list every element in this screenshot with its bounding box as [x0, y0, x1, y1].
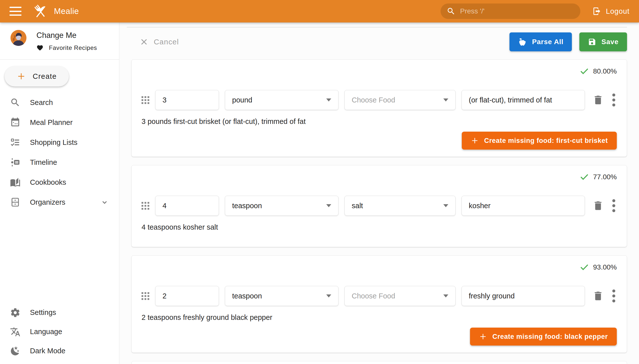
create-missing-food-button[interactable]: Create missing food: black pepper — [470, 328, 617, 346]
apple-icon — [518, 38, 527, 46]
confidence-value: 93.00% — [593, 263, 617, 271]
check-icon — [580, 66, 589, 76]
sidebar-item-shopping-lists[interactable]: Shopping Lists — [0, 132, 119, 152]
plus-icon — [17, 72, 26, 81]
user-name: Change Me — [37, 31, 97, 40]
drag-handle[interactable] — [141, 292, 149, 300]
search-icon — [447, 7, 456, 16]
note-input[interactable] — [462, 286, 585, 306]
app-title: Mealie — [54, 6, 79, 16]
chevron-down-icon — [100, 198, 109, 207]
app-header: Mealie Logout — [0, 0, 639, 22]
create-missing-food-button[interactable]: Create missing food: first-cut brisket — [462, 132, 617, 150]
more-options-button[interactable] — [612, 94, 615, 106]
unit-select[interactable]: teaspoon — [225, 286, 338, 306]
original-ingredient-text: 4 teaspoons kosher salt — [141, 223, 617, 231]
original-ingredient-text: 3 pounds first-cut brisket (or flat-cut)… — [141, 118, 617, 126]
dropdown-caret-icon — [326, 294, 331, 298]
quantity-input[interactable] — [155, 286, 219, 306]
check-icon — [580, 172, 589, 182]
sidebar-item-meal-planner[interactable]: Meal Planner — [0, 112, 119, 132]
logout-label: Logout — [606, 7, 629, 16]
note-input[interactable] — [462, 196, 585, 216]
plus-icon — [471, 136, 479, 144]
mealie-logo-icon — [33, 4, 48, 19]
translate-icon — [10, 326, 21, 337]
sidebar-item-timeline[interactable]: Timeline — [0, 152, 119, 172]
gear-icon — [10, 308, 21, 318]
confidence-value: 77.00% — [593, 173, 617, 181]
dropdown-caret-icon — [326, 204, 331, 207]
user-profile[interactable]: Change Me Favorite Recipes — [0, 22, 119, 59]
global-search[interactable] — [441, 4, 580, 19]
food-select[interactable]: salt — [344, 196, 456, 216]
more-options-button[interactable] — [612, 199, 615, 212]
parse-all-button[interactable]: Parse All — [509, 32, 572, 51]
sidebar-item-language[interactable]: Language — [0, 322, 119, 341]
content-top-divider — [127, 27, 627, 28]
create-button[interactable]: Create — [5, 66, 69, 86]
cancel-button[interactable]: Cancel — [140, 38, 179, 46]
dropdown-caret-icon — [443, 294, 448, 298]
ingredient-card: 80.00% pound Choose Food 3 pou — [131, 59, 627, 157]
quantity-input[interactable] — [155, 196, 219, 216]
logout-icon — [592, 7, 601, 16]
sidebar-footer: Settings Language Dark Mode — [0, 303, 119, 360]
sidebar-item-dark-mode[interactable]: Dark Mode — [0, 341, 119, 360]
ingredient-card: 77.00% teaspoon salt 4 teaspoo — [131, 165, 627, 247]
ingredient-card-partial — [131, 361, 627, 364]
delete-button[interactable] — [592, 200, 604, 212]
food-select[interactable]: Choose Food — [344, 286, 456, 306]
logout-button[interactable]: Logout — [592, 7, 629, 16]
moon-icon — [10, 346, 21, 356]
unit-select[interactable]: teaspoon — [225, 196, 338, 216]
confidence-value: 80.00% — [593, 67, 617, 75]
close-icon — [140, 38, 148, 46]
dropdown-caret-icon — [443, 204, 448, 207]
save-icon — [588, 38, 596, 46]
timeline-icon — [10, 157, 21, 168]
check-icon — [580, 262, 589, 272]
file-cabinet-icon — [10, 197, 21, 208]
ingredient-list: 80.00% pound Choose Food 3 pou — [131, 59, 627, 364]
sidebar-item-cookbooks[interactable]: Cookbooks — [0, 172, 119, 192]
dropdown-caret-icon — [326, 98, 331, 102]
favorites-link[interactable]: Favorite Recipes — [49, 44, 97, 51]
sidebar-item-organizers[interactable]: Organizers — [0, 192, 119, 212]
create-label: Create — [33, 72, 57, 80]
delete-button[interactable] — [592, 94, 604, 106]
original-ingredient-text: 2 teaspoons freshly ground black pepper — [141, 314, 617, 322]
plus-icon — [479, 332, 487, 340]
more-options-button[interactable] — [612, 290, 615, 302]
ingredient-card: 93.00% teaspoon Choose Food 2 — [131, 255, 627, 353]
unit-select[interactable]: pound — [225, 90, 338, 110]
search-icon — [10, 97, 21, 108]
sidebar-item-settings[interactable]: Settings — [0, 303, 119, 322]
heart-icon — [37, 44, 44, 51]
checklist-icon — [10, 137, 21, 148]
delete-button[interactable] — [592, 290, 604, 302]
quantity-input[interactable] — [155, 90, 219, 110]
search-input[interactable] — [460, 7, 565, 15]
sidebar: Change Me Favorite Recipes Create Search — [0, 22, 119, 364]
sidebar-nav: Search Meal Planner Shopping Lists — [0, 92, 119, 212]
book-open-icon — [10, 177, 21, 188]
note-input[interactable] — [462, 90, 585, 110]
parser-toolbar: Cancel Parse All Save — [131, 32, 627, 52]
sidebar-divider — [0, 59, 119, 60]
food-select[interactable]: Choose Food — [344, 90, 456, 110]
drag-handle[interactable] — [141, 96, 149, 104]
main-content: Cancel Parse All Save 80.00% — [119, 22, 639, 364]
drag-handle[interactable] — [141, 202, 149, 210]
save-button[interactable]: Save — [579, 32, 627, 51]
avatar — [11, 30, 27, 46]
menu-icon[interactable] — [10, 7, 22, 16]
dropdown-caret-icon — [443, 98, 448, 102]
calendar-icon — [10, 117, 21, 128]
sidebar-item-search[interactable]: Search — [0, 92, 119, 112]
